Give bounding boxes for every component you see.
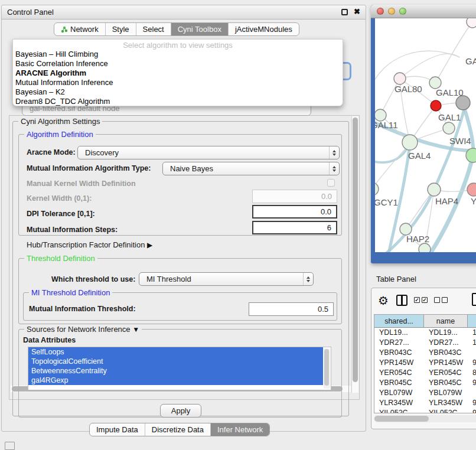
table-cell: 12	[468, 338, 476, 348]
table-row[interactable]: YBR043CYBR043C	[374, 348, 476, 358]
list-scrollbar[interactable]	[324, 348, 330, 389]
attribute-item-selected[interactable]: TopologicalCoefficient	[28, 357, 323, 366]
table-row[interactable]: YLR345WYLR345W9.	[374, 398, 476, 408]
tab-style[interactable]: Style	[105, 23, 136, 35]
network-view-window: GALGAL80GAL10GAL1SWI4GAL4GAL11GCY1HAP4YH…	[371, 5, 476, 263]
node-swi4[interactable]	[466, 148, 476, 162]
manual-kernel-label: Manual Kernel Width Definition	[27, 180, 136, 188]
table-row[interactable]: YDR27...YDR27...12	[374, 338, 476, 348]
dpi-tolerance-input[interactable]: 0.0	[252, 205, 337, 219]
node-gal10[interactable]	[429, 77, 441, 89]
table-cell: YBR045C	[424, 378, 468, 388]
combo-stepper-icon	[329, 162, 339, 175]
dropdown-item[interactable]: Basic Correlation Inference	[13, 59, 343, 69]
apply-button[interactable]: Apply	[160, 404, 201, 418]
mi-threshold-input[interactable]: 0.5	[249, 302, 334, 316]
hub-definition-toggle[interactable]: Hub/Transcription Factor Definition ▶	[27, 240, 152, 249]
aracne-mode-label: Aracne Mode:	[27, 148, 76, 156]
node-hap4[interactable]	[428, 183, 441, 196]
node-salmon[interactable]	[467, 183, 476, 196]
column-header[interactable]: shared...	[374, 315, 424, 327]
node-hap2[interactable]	[400, 223, 412, 235]
kernel-width-input[interactable]: 0.0	[252, 190, 337, 203]
node-partial-top[interactable]	[467, 18, 476, 28]
node-label: GAL11	[375, 120, 398, 130]
column-header[interactable]	[468, 315, 476, 327]
tab-label: Style	[112, 25, 129, 34]
dropdown-item[interactable]: Bayesian – K2	[13, 87, 343, 97]
network-edge[interactable]	[406, 190, 434, 229]
columns-icon[interactable]	[396, 295, 407, 306]
table-cell: YER054C	[424, 368, 468, 378]
deselect-all-checkboxes-icon[interactable]	[434, 297, 448, 303]
table-row[interactable]: YPR145WYPR145W9.	[374, 358, 476, 368]
column-header[interactable]: name	[424, 315, 468, 327]
tab-select[interactable]: Select	[136, 23, 171, 35]
table-cell: YLR345W	[374, 398, 424, 408]
tab-network[interactable]: Network	[54, 23, 105, 35]
node-label: SWI4	[449, 136, 471, 146]
tab-jactivemnodules[interactable]: jActiveMNodules	[228, 23, 299, 35]
scrollbar-thumb[interactable]	[324, 349, 329, 386]
table-header-row: shared...name	[374, 315, 476, 328]
combo-stepper-icon	[303, 273, 313, 285]
table-cell: YBR043C	[374, 348, 424, 358]
node-gal11[interactable]	[375, 109, 386, 121]
attribute-table: shared...name YDL19...YDL19...13YDR27...…	[374, 314, 476, 413]
attribute-item-selected[interactable]: SelfLoops	[28, 347, 323, 357]
combo-value: MI Threshold	[139, 275, 303, 283]
document-icon[interactable]	[472, 293, 476, 306]
attribute-item-selected[interactable]: gal4RGexp	[28, 376, 323, 385]
which-threshold-combo[interactable]: MI Threshold	[139, 272, 314, 286]
node-gcy1[interactable]	[375, 182, 379, 195]
table-row[interactable]: YBR045CYBR045C9.	[374, 378, 476, 388]
aracne-mode-combo[interactable]: Discovery	[77, 146, 340, 159]
close-icon[interactable]: ✖	[354, 7, 360, 16]
vertical-scrollbar[interactable]	[351, 116, 358, 393]
table-panel: ⚙ ✓ ✓ shared...name YDL19...YDL19...13YD…	[371, 288, 476, 429]
scrollbar-thumb[interactable]	[353, 118, 358, 382]
network-edge[interactable]	[400, 54, 459, 79]
node-gray[interactable]	[456, 96, 470, 110]
table-row[interactable]: YBL079WYBL079W	[374, 388, 476, 398]
minimize-traffic-light-icon[interactable]	[388, 8, 395, 15]
zoom-traffic-light-icon[interactable]	[399, 8, 406, 15]
control-panel-titlebar[interactable]: Control Panel ✖	[2, 5, 366, 19]
table-row[interactable]: YDL19...YDL19...13	[374, 328, 476, 338]
tab-cyni-toolbox[interactable]: Cyni Toolbox	[171, 23, 228, 35]
mi-steps-input[interactable]: 6	[252, 221, 337, 234]
node-gal4[interactable]	[402, 135, 418, 150]
attribute-item-selected[interactable]: BetweennessCentrality	[28, 366, 323, 376]
bottom-tab-discretize-data[interactable]: Discretize Data	[145, 423, 210, 436]
manual-kernel-checkbox[interactable]	[327, 179, 335, 187]
bottom-tab-impute-data[interactable]: Impute Data	[90, 423, 145, 436]
node-partial-bottom[interactable]	[419, 243, 431, 252]
dropdown-item[interactable]: Mutual Information Inference	[13, 78, 343, 87]
mi-steps-label: Mutual Information Steps:	[27, 226, 118, 234]
network-window-titlebar[interactable]	[371, 5, 476, 18]
collapse-down-icon[interactable]: ▼	[132, 325, 139, 334]
table-row[interactable]: YIL052CYIL052C9	[374, 408, 476, 413]
mi-type-combo[interactable]: Naive Bayes	[162, 162, 340, 175]
dropdown-item[interactable]: Bayesian – Hill Climbing	[13, 50, 343, 59]
close-traffic-light-icon[interactable]	[377, 8, 384, 15]
bottom-tab-bar: Impute DataDiscretize DataInfer Network	[89, 423, 270, 436]
network-canvas[interactable]: GALGAL80GAL10GAL1SWI4GAL4GAL11GCY1HAP4YH…	[375, 18, 476, 252]
table-row[interactable]: YER054CYER054C8.	[374, 368, 476, 378]
float-window-icon[interactable]	[341, 9, 348, 15]
scrollbar-thumb[interactable]	[374, 416, 429, 422]
dropdown-item[interactable]: ARACNE Algorithm	[13, 69, 343, 78]
dropdown-item[interactable]: Dream8 DC_TDC Algorithm	[13, 97, 343, 106]
node-red[interactable]	[431, 100, 441, 111]
node-gal80[interactable]	[394, 73, 406, 84]
bottom-tab-infer-network[interactable]: Infer Network	[210, 423, 269, 436]
dropdown-prompt: Select algorithm to view settings	[13, 41, 343, 50]
node-label: Y	[471, 196, 476, 206]
minimized-window-icon[interactable]	[5, 442, 15, 450]
table-horizontal-scrollbar[interactable]	[374, 415, 476, 422]
select-all-checkboxes-icon[interactable]: ✓ ✓	[414, 297, 428, 303]
gear-icon[interactable]: ⚙	[378, 294, 389, 308]
expand-right-icon[interactable]: ▶	[147, 241, 152, 249]
node-gal1[interactable]	[443, 122, 455, 134]
unchecked-box-icon	[434, 297, 440, 303]
